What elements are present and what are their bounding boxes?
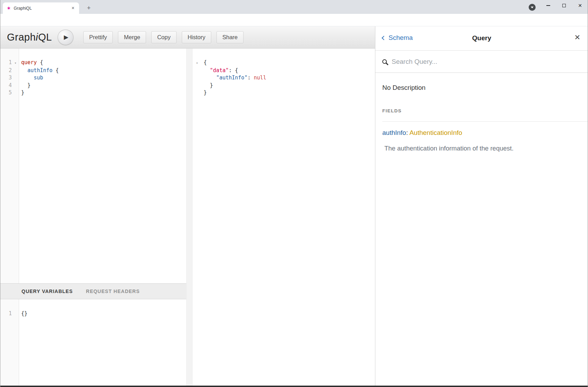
docs-close-button[interactable]: ✕ xyxy=(574,33,580,42)
tab-close-icon[interactable]: ✕ xyxy=(70,5,76,11)
field-type-link[interactable]: AuthenticationInfo xyxy=(409,129,462,136)
field-name-link[interactable]: authInfo xyxy=(382,129,406,136)
code-line: } xyxy=(202,82,375,89)
fold-arrow-icon[interactable]: ▾ xyxy=(12,59,19,67)
query-editor[interactable]: 1▾query {2 authInfo {3 sub4 }5} xyxy=(0,49,186,283)
browser-tab-strip: ✶ GraphiQL ✕ + ✕ xyxy=(0,0,588,14)
code-line: {} xyxy=(19,310,186,318)
variables-tab-bar: QUERY VARIABLES REQUEST HEADERS xyxy=(0,283,186,299)
docs-body: No Description FIELDS authInfo: Authenti… xyxy=(375,73,588,152)
fold-gutter xyxy=(12,82,19,89)
docs-field-description: The authentication information of the re… xyxy=(382,145,588,152)
minimize-icon xyxy=(546,5,550,6)
code-line: } xyxy=(202,89,375,97)
fold-gutter xyxy=(12,89,19,97)
fold-gutter xyxy=(12,67,19,75)
query-variables-editor[interactable]: 1{} xyxy=(0,299,186,386)
fold-gutter xyxy=(12,310,19,318)
merge-button[interactable]: Merge xyxy=(118,31,146,43)
code-line: sub xyxy=(19,74,186,82)
browser-tab[interactable]: ✶ GraphiQL ✕ xyxy=(3,2,79,14)
tab-search-button[interactable] xyxy=(529,4,536,11)
code-line: } xyxy=(19,82,186,89)
tab-query-variables[interactable]: QUERY VARIABLES xyxy=(22,289,73,294)
search-icon xyxy=(382,59,387,64)
docs-no-description: No Description xyxy=(382,84,588,92)
code-line: query { xyxy=(19,59,186,67)
minimize-button[interactable] xyxy=(540,0,556,11)
share-button[interactable]: Share xyxy=(216,31,244,43)
close-window-button[interactable]: ✕ xyxy=(572,0,588,11)
line-number: 3 xyxy=(0,74,12,82)
tab-title: GraphiQL xyxy=(14,6,70,11)
chevron-down-icon xyxy=(531,7,534,8)
execute-query-button[interactable]: ▶ xyxy=(58,29,74,45)
fold-gutter xyxy=(193,67,202,75)
result-viewer: ▾{ "data": { "authInfo": null }} xyxy=(193,49,375,386)
tab-request-headers[interactable]: REQUEST HEADERS xyxy=(86,289,140,294)
play-icon: ▶ xyxy=(63,34,68,41)
logo-graph: Graph xyxy=(7,32,36,43)
docs-field-row: authInfo: AuthenticationInfo xyxy=(382,129,588,137)
history-button[interactable]: History xyxy=(182,31,211,43)
window-bottom-edge xyxy=(0,386,588,387)
prettify-button[interactable]: Prettify xyxy=(83,31,113,43)
code-line: authInfo { xyxy=(19,67,186,75)
window-controls: ✕ xyxy=(540,0,588,11)
browser-toolbar: ← → ⟳ ⓘ localhost:3000/graphql ☆ P ⚛ Tp … xyxy=(0,14,588,26)
maximize-icon xyxy=(562,4,566,7)
line-number: 1 xyxy=(0,59,12,67)
docs-search-input[interactable] xyxy=(392,58,581,66)
fold-gutter xyxy=(12,74,19,82)
code-line: } xyxy=(19,89,186,97)
graphql-favicon-icon: ✶ xyxy=(7,6,11,11)
code-line: "authInfo": null xyxy=(202,74,375,82)
logo-ql: QL xyxy=(38,32,52,43)
docs-fields-heading: FIELDS xyxy=(382,108,588,113)
line-number: 5 xyxy=(0,89,12,97)
fold-gutter xyxy=(193,74,202,82)
maximize-button[interactable] xyxy=(556,0,572,11)
code-line: "data": { xyxy=(202,67,375,75)
pane-divider[interactable] xyxy=(186,49,193,386)
fold-arrow-icon[interactable]: ▾ xyxy=(193,59,202,67)
line-number: 4 xyxy=(0,82,12,89)
doc-explorer: Schema Query ✕ No Description FIELDS aut… xyxy=(375,26,588,386)
toolbar-buttons: Prettify Merge Copy History Share xyxy=(83,31,244,43)
line-number: 1 xyxy=(0,310,12,318)
docs-title: Query xyxy=(375,34,588,42)
field-separator: : xyxy=(406,129,410,136)
new-tab-button[interactable]: + xyxy=(84,3,94,13)
line-number: 2 xyxy=(0,67,12,75)
graphiql-topbar: GraphiQL ▶ Prettify Merge Copy History S… xyxy=(0,26,375,49)
left-pane: 1▾query {2 authInfo {3 sub4 }5} QUERY VA… xyxy=(0,49,186,386)
copy-button[interactable]: Copy xyxy=(151,31,177,43)
graphiql-logo: GraphiQL xyxy=(7,32,52,43)
code-line: { xyxy=(202,59,375,67)
docs-search-row xyxy=(375,51,588,73)
fold-gutter xyxy=(193,89,202,97)
docs-divider xyxy=(382,121,588,122)
fold-gutter xyxy=(193,82,202,89)
doc-explorer-header: Schema Query ✕ xyxy=(375,26,588,51)
